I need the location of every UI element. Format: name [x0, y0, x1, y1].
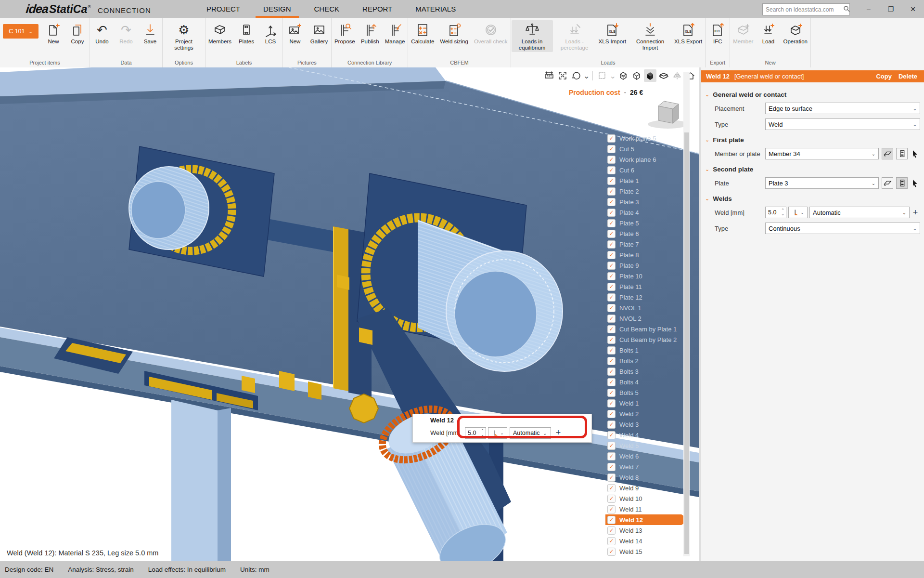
- tree-item-weld-6[interactable]: ✓Weld 6: [607, 451, 681, 461]
- load-button[interactable]: Load: [757, 20, 780, 46]
- tree-item-weld-9[interactable]: ✓Weld 9: [607, 483, 681, 493]
- checkbox-icon[interactable]: ✓: [607, 219, 616, 227]
- tree-item-plate-4[interactable]: ✓Plate 4: [607, 207, 681, 218]
- checkbox-icon[interactable]: ✓: [607, 198, 616, 206]
- tree-item-weld-13[interactable]: ✓Weld 13: [607, 525, 681, 536]
- weld-size-stepper[interactable]: 5.0⌃⌄: [765, 207, 786, 218]
- delete-button[interactable]: Delete: [898, 73, 917, 80]
- tree-item-weld-1[interactable]: ✓Weld 1: [607, 398, 681, 408]
- view-unfold-icon[interactable]: [657, 69, 670, 82]
- calculate-button[interactable]: Calculate: [409, 20, 436, 46]
- add-weld-button[interactable]: +: [911, 207, 920, 218]
- view-edges-icon[interactable]: [630, 69, 643, 82]
- manage-button[interactable]: Manage: [383, 20, 408, 46]
- measure-icon[interactable]: [543, 69, 555, 82]
- checkbox-icon[interactable]: ✓: [607, 145, 616, 153]
- section-header-welds[interactable]: ⌄Welds: [705, 195, 920, 202]
- section-header-first-plate[interactable]: ⌄First plate: [705, 136, 920, 144]
- minimize-button[interactable]: –: [858, 0, 880, 18]
- tree-item-plate-3[interactable]: ✓Plate 3: [607, 197, 681, 207]
- checkbox-icon[interactable]: ✓: [607, 325, 616, 333]
- type-select[interactable]: Continuous⌄: [765, 223, 920, 234]
- checkbox-icon[interactable]: ✓: [607, 368, 616, 376]
- checkbox-icon[interactable]: ✓: [607, 399, 616, 407]
- weld-sizing-button[interactable]: Weld sizing: [437, 20, 471, 46]
- tree-item-plate-12[interactable]: ✓Plate 12: [607, 292, 681, 302]
- tree-scrollbar[interactable]: [683, 72, 690, 556]
- tree-item-weld-5[interactable]: ✓Weld 5: [607, 440, 681, 451]
- viewport-3d[interactable]: ⌄⌄ Production cost - 26 € ✓Work plane 5✓…: [0, 67, 699, 561]
- gallery-button[interactable]: Gallery: [308, 20, 331, 46]
- checkbox-icon[interactable]: ✓: [607, 442, 616, 450]
- section-header-second-plate[interactable]: ⌄Second plate: [705, 166, 920, 173]
- weld-mode-select[interactable]: Automatic⌄: [809, 207, 910, 218]
- tab-design[interactable]: DESIGN: [252, 0, 303, 18]
- tree-item-weld-2[interactable]: ✓Weld 2: [607, 408, 681, 419]
- checkbox-icon[interactable]: ✓: [607, 177, 616, 185]
- checkbox-icon[interactable]: ✓: [607, 283, 616, 291]
- tree-item-bolts-5[interactable]: ✓Bolts 5: [607, 387, 681, 398]
- close-button[interactable]: ✕: [902, 0, 924, 18]
- tree-item-plate-1[interactable]: ✓Plate 1: [607, 175, 681, 186]
- placement-select[interactable]: Edge to surface⌄: [765, 103, 920, 114]
- copy-button[interactable]: Copy: [66, 20, 89, 46]
- checkbox-icon[interactable]: ✓: [607, 272, 616, 280]
- save-button[interactable]: Save: [139, 20, 162, 46]
- tree-item-plate-9[interactable]: ✓Plate 9: [607, 260, 681, 271]
- checkbox-icon[interactable]: ✓: [607, 505, 616, 513]
- chevron-down-icon[interactable]: ⌄: [583, 71, 590, 80]
- tree-item-weld-8[interactable]: ✓Weld 8: [607, 472, 681, 483]
- checkbox-icon[interactable]: ✓: [607, 516, 616, 524]
- view-solid-icon[interactable]: [644, 69, 656, 82]
- checkbox-icon[interactable]: ✓: [607, 473, 616, 482]
- xls-import-button[interactable]: XLSXLS Import: [596, 20, 629, 46]
- section-header-general-weld-or-contact[interactable]: ⌄General weld or contact: [705, 91, 920, 98]
- search-box[interactable]: [762, 3, 850, 15]
- checkbox-icon[interactable]: ✓: [607, 304, 616, 312]
- tree-item-work-plane-5[interactable]: ✓Work plane 5: [607, 133, 681, 144]
- new-button[interactable]: New: [42, 20, 65, 46]
- navigation-cube[interactable]: [648, 101, 688, 129]
- publish-button[interactable]: Publish: [359, 20, 382, 46]
- tree-item-plate-11[interactable]: ✓Plate 11: [607, 281, 681, 292]
- checkbox-icon[interactable]: ✓: [607, 187, 616, 196]
- ifc-button[interactable]: IFCIFC: [706, 20, 729, 46]
- tree-item-bolts-4[interactable]: ✓Bolts 4: [607, 377, 681, 387]
- tree-item-weld-3[interactable]: ✓Weld 3: [607, 419, 681, 430]
- checkbox-icon[interactable]: ✓: [607, 495, 616, 503]
- tab-report[interactable]: REPORT: [351, 0, 404, 18]
- member-or-plate-select[interactable]: Member 34⌄: [765, 148, 879, 159]
- checkbox-icon[interactable]: ✓: [607, 484, 616, 492]
- view-wireframe-icon[interactable]: [617, 69, 629, 82]
- tree-item-weld-14[interactable]: ✓Weld 14: [607, 536, 681, 546]
- tree-item-bolts-1[interactable]: ✓Bolts 1: [607, 345, 681, 355]
- checkbox-icon[interactable]: ✓: [607, 537, 616, 545]
- project-item-selector[interactable]: C 101⌄: [3, 24, 38, 39]
- search-input[interactable]: [763, 6, 843, 13]
- operation-button[interactable]: Operation: [781, 20, 810, 46]
- tree-item-plate-6[interactable]: ✓Plate 6: [607, 228, 681, 239]
- checkbox-icon[interactable]: ✓: [607, 293, 616, 302]
- checkbox-icon[interactable]: ✓: [607, 134, 616, 143]
- checkbox-icon[interactable]: ✓: [607, 548, 616, 556]
- lcs-button[interactable]: LCS: [259, 20, 282, 46]
- tree-item-weld-11[interactable]: ✓Weld 11: [607, 504, 681, 514]
- tree-item-plate-2[interactable]: ✓Plate 2: [607, 186, 681, 197]
- checkbox-icon[interactable]: ✓: [607, 251, 616, 259]
- tree-item-weld-15[interactable]: ✓Weld 15: [607, 546, 681, 557]
- checkbox-icon[interactable]: ✓: [607, 315, 616, 323]
- tree-item-cut-beam-by-plate-1[interactable]: ✓Cut Beam by Plate 1: [607, 324, 681, 334]
- pick-plate-button[interactable]: [896, 177, 908, 189]
- tree-item-cut-6[interactable]: ✓Cut 6: [607, 165, 681, 175]
- tree-item-nvol-1[interactable]: ✓NVOL 1: [607, 302, 681, 313]
- loads-in-equilibrium-button[interactable]: Loads in equilibrium: [512, 20, 553, 52]
- tree-item-plate-7[interactable]: ✓Plate 7: [607, 239, 681, 250]
- stepper-arrows-icon[interactable]: ⌃⌄: [780, 209, 786, 216]
- checkbox-icon[interactable]: ✓: [607, 431, 616, 439]
- checkbox-icon[interactable]: ✓: [607, 166, 616, 174]
- checkbox-icon[interactable]: ✓: [607, 452, 616, 460]
- checkbox-icon[interactable]: ✓: [607, 209, 616, 217]
- bolt-octagon[interactable]: [349, 394, 378, 423]
- tree-scrollbar-thumb[interactable]: [684, 132, 689, 554]
- checkbox-icon[interactable]: ✓: [607, 526, 616, 535]
